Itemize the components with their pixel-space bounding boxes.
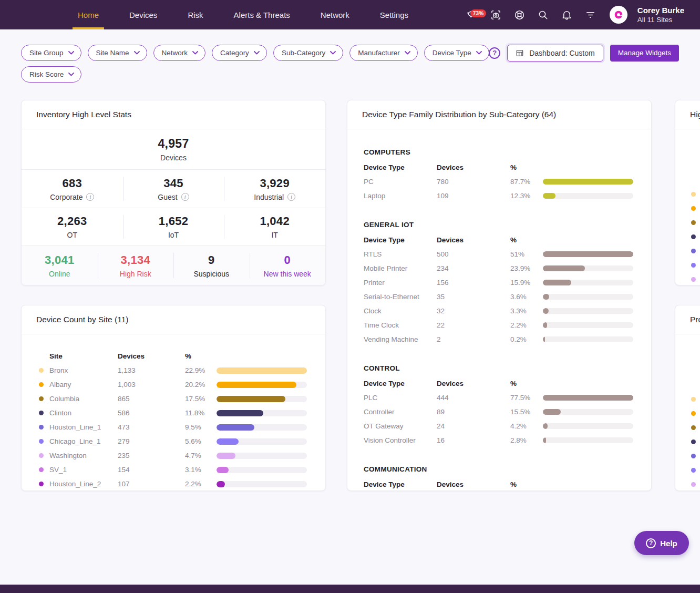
site-color-dot	[691, 249, 696, 253]
partial-widget-bottom: Pro	[675, 305, 700, 491]
stat-value: 4,957	[158, 137, 189, 151]
nav-item-network[interactable]: Network	[321, 0, 349, 29]
stat-guest: 345Guesti	[123, 170, 224, 208]
site-devices: 279	[118, 437, 185, 445]
stat-corporate: 683Corporatei	[22, 170, 123, 208]
section-header: COMMUNICATION	[347, 462, 651, 476]
filter-chip-device-type[interactable]: Device Type	[424, 45, 489, 61]
filter-chip-category[interactable]: Category	[212, 45, 267, 61]
notifications-bell-icon[interactable]	[560, 8, 574, 22]
device-bar	[543, 395, 633, 401]
site-color-dot	[691, 468, 696, 473]
column-header-devices: Devices	[437, 480, 510, 488]
device-percent: 2.2%	[510, 321, 543, 329]
info-icon[interactable]: i	[287, 193, 295, 201]
help-button[interactable]: ? Help	[634, 531, 689, 555]
support-lifering-icon[interactable]	[513, 8, 527, 22]
device-type: Laptop	[364, 192, 437, 200]
family-distribution-table[interactable]: COMPUTERSDevice TypeDevices%PC78087.7%La…	[347, 129, 651, 491]
inventory-status-row: 3,041Online3,134High Risk9Suspicious0New…	[22, 246, 325, 285]
dashboard-selector[interactable]: Dashboard: Custom	[507, 45, 603, 62]
list-item	[675, 230, 700, 244]
site-bar-fill	[217, 382, 296, 388]
site-color-dot	[39, 382, 44, 387]
stat-iot: 1,652IoT	[123, 208, 224, 246]
site-bar	[217, 382, 307, 388]
filter-chip-site-group[interactable]: Site Group	[21, 45, 81, 61]
site-bar-fill	[217, 396, 285, 402]
section-general-iot: GENERAL IOTDevice TypeDevices%RTLS50051%…	[347, 218, 651, 346]
site-bar	[217, 481, 307, 487]
site-devices: 107	[118, 480, 185, 488]
site-bar	[217, 467, 307, 473]
nav-item-alerts-threats[interactable]: Alerts & Threats	[234, 0, 290, 29]
nav-item-risk[interactable]: Risk	[188, 0, 203, 29]
site-color-dot	[39, 439, 44, 444]
device-percent: 0.2%	[510, 335, 543, 343]
site-percent: 22.9%	[185, 366, 217, 374]
stat-label: Devices	[160, 154, 187, 162]
device-percent: 12.3%	[510, 192, 543, 200]
manage-widgets-button[interactable]: Manage Widgets	[610, 45, 679, 62]
device-bar-fill	[543, 437, 546, 443]
stat-label: Guesti	[158, 193, 189, 201]
nav-item-home[interactable]: Home	[78, 0, 99, 29]
table-row-mobile-printer: Mobile Printer23423.9%	[347, 261, 651, 275]
site-bar-fill	[217, 424, 254, 431]
partial-widget-rows	[675, 334, 700, 491]
list-item	[675, 244, 700, 258]
risk-score-mascot-icon[interactable]: 73%	[466, 8, 479, 22]
stat-value: 345	[163, 177, 183, 190]
device-bar	[543, 308, 633, 314]
chevron-down-icon	[476, 51, 482, 55]
stat-ot: 2,263OT	[22, 208, 123, 246]
filter-icon[interactable]	[584, 8, 598, 22]
site-color-dot	[691, 411, 696, 416]
nav-item-settings[interactable]: Settings	[380, 0, 408, 29]
site-color-dot	[39, 467, 44, 472]
screenshot-capture-icon[interactable]	[489, 8, 503, 22]
dashboard-grid-icon	[516, 49, 524, 57]
filter-chip-site-name[interactable]: Site Name	[88, 45, 147, 61]
site-percent: 5.6%	[185, 437, 217, 445]
site-color-dot	[39, 411, 44, 415]
search-icon[interactable]	[537, 8, 550, 22]
stat-label: OT	[67, 231, 77, 239]
brand-avatar[interactable]	[610, 6, 627, 24]
device-type: RTLS	[364, 250, 437, 258]
filter-chip-manufacturer[interactable]: Manufacturer	[349, 45, 418, 61]
site-color-dot	[691, 454, 696, 458]
filter-chip-risk-score[interactable]: Risk Score	[21, 66, 81, 83]
device-bar	[543, 179, 633, 185]
filter-chip-network[interactable]: Network	[153, 45, 206, 61]
dashboard-help-icon[interactable]: ?	[489, 47, 500, 59]
stat-value: 683	[63, 177, 83, 190]
site-name: Washington	[49, 452, 118, 459]
user-menu[interactable]: Corey Burke All 11 Sites	[637, 5, 684, 24]
device-type: OT Gateway	[364, 422, 437, 430]
table-row-pc: PC78087.7%	[347, 175, 651, 189]
info-icon[interactable]: i	[181, 193, 189, 201]
inventory-high-level-stats-widget: Inventory High Level Stats 4,957 Devices…	[21, 100, 326, 285]
column-header-: %	[510, 236, 543, 244]
device-count: 234	[437, 264, 510, 272]
widget-title: Inventory High Level Stats	[22, 100, 325, 129]
help-button-label: Help	[660, 539, 677, 548]
filter-chip-label: Network	[162, 49, 188, 57]
stat-online: 3,041Online	[22, 246, 98, 285]
filter-chip-sub-category[interactable]: Sub-Category	[273, 45, 343, 61]
column-header-device-type: Device Type	[364, 480, 437, 488]
inventory-total-row: 4,957 Devices	[22, 129, 325, 170]
site-table[interactable]: SiteDevices%Bronx1,13322.9%Albany1,00320…	[22, 334, 325, 491]
site-name: Chicago_Line_1	[49, 437, 118, 445]
table-row-clinton: Clinton58611.8%	[22, 406, 325, 420]
site-devices: 586	[118, 409, 185, 417]
site-bar-fill	[217, 467, 229, 473]
table-row-clock: Clock323.3%	[347, 304, 651, 318]
site-name: Houston_Line_2	[49, 480, 118, 488]
device-bar	[543, 280, 633, 285]
site-color-dot	[691, 206, 696, 211]
nav-item-devices[interactable]: Devices	[129, 0, 157, 29]
device-count: 24	[437, 422, 510, 430]
info-icon[interactable]: i	[86, 193, 94, 201]
